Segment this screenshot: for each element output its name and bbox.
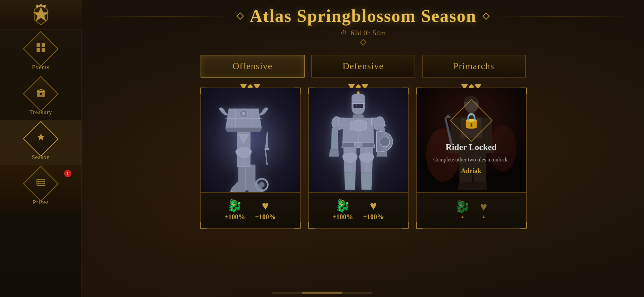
heart-percent-1: +100% <box>255 213 276 221</box>
dragon-percent-1: +100% <box>224 213 245 221</box>
svg-rect-1 <box>42 43 45 47</box>
timer-text: 62d 0h 54m <box>351 29 386 37</box>
card-1-bottom: 🐉 +100% ♥ +100% <box>201 192 300 228</box>
dragon-arrow-3: ▲ <box>460 214 465 219</box>
title-line-left <box>96 16 231 16</box>
card-3-locked[interactable]: 🔒 Rider Locked Complete other two tiles … <box>416 88 527 229</box>
dragon-icon-2: 🐉 <box>335 200 350 212</box>
card-3-bottom: 🐉 ▲ ♥ ▲ <box>417 192 526 228</box>
sidebar-item-treasury[interactable]: Treasury <box>0 75 82 120</box>
locked-overlay: 🔒 Rider Locked Complete other two tiles … <box>417 88 526 192</box>
events-icon <box>36 42 46 55</box>
locked-name: Adriak <box>461 167 481 175</box>
heart-percent-2: +100% <box>363 213 384 221</box>
card-1-image <box>201 88 300 192</box>
title-row: Atlas Springblossom Season <box>96 6 631 26</box>
page-header: Atlas Springblossom Season ⏱ 62d 0h 54m <box>96 0 631 45</box>
svg-point-18 <box>380 137 390 147</box>
sidebar-item-events[interactable]: Events <box>0 30 82 75</box>
svg-rect-2 <box>37 48 40 52</box>
prizes-icon <box>36 177 46 190</box>
dragon-bonus-2: 🐉 +100% <box>332 200 353 221</box>
cards-row: 🐉 +100% ♥ +100% <box>192 88 534 229</box>
sidebar-item-prizes[interactable]: ! Prizes <box>0 165 82 210</box>
timer-icon: ⏱ <box>340 29 347 37</box>
svg-rect-0 <box>37 43 40 47</box>
prizes-icon-wrap <box>28 171 53 196</box>
title-line-right <box>495 16 631 16</box>
card-1-icons: 🐉 +100% ♥ +100% <box>224 200 276 221</box>
sidebar: Events Treasury Season <box>0 0 82 297</box>
tab-primarchs[interactable]: Primarchs <box>422 55 526 78</box>
main-content: Atlas Springblossom Season ⏱ 62d 0h 54m … <box>82 0 644 297</box>
heart-arrow-3: ▲ <box>481 214 486 219</box>
dragon-icon-3: 🐉 <box>455 201 470 213</box>
svg-rect-5 <box>37 91 45 92</box>
season-icon-wrap <box>28 126 53 151</box>
treasury-icon-wrap <box>28 81 53 106</box>
card-2-image <box>309 88 408 192</box>
heart-bonus-1: ♥ +100% <box>255 200 276 221</box>
card-1[interactable]: 🐉 +100% ♥ +100% <box>200 88 301 229</box>
card-3-icons: 🐉 ▲ ♥ ▲ <box>455 201 487 219</box>
tab-defensive[interactable]: Defensive <box>311 55 415 78</box>
page-title: Atlas Springblossom Season <box>250 6 476 26</box>
season-icon <box>36 132 46 145</box>
svg-point-16 <box>259 182 264 188</box>
heart-icon-2: ♥ <box>370 200 377 212</box>
title-diamond-right <box>482 12 490 20</box>
dragon-icon-1: 🐉 <box>227 200 242 212</box>
timer-row: ⏱ 62d 0h 54m <box>340 29 386 37</box>
title-diamond-left <box>236 12 244 20</box>
logo-icon <box>29 3 53 27</box>
treasury-icon <box>36 87 46 100</box>
sidebar-logo[interactable] <box>0 0 82 30</box>
svg-rect-8 <box>37 179 45 185</box>
card-2-bottom: 🐉 +100% ♥ +100% <box>309 192 408 228</box>
heart-bonus-2: ♥ +100% <box>363 200 384 221</box>
tab-offensive[interactable]: Offensive <box>201 55 305 78</box>
heart-bonus-3: ♥ ▲ <box>480 201 487 219</box>
card-2-icons: 🐉 +100% ♥ +100% <box>332 200 384 221</box>
tabs-row: Offensive Defensive Primarchs <box>201 55 526 78</box>
scrollbar-thumb <box>302 292 342 294</box>
svg-point-14 <box>241 111 246 115</box>
scrollbar[interactable] <box>272 292 372 294</box>
dragon-bonus-3: 🐉 ▲ <box>455 201 470 219</box>
svg-rect-6 <box>40 93 42 95</box>
sidebar-item-season[interactable]: Season <box>0 120 82 165</box>
dragon-percent-2: +100% <box>332 213 353 221</box>
svg-rect-3 <box>42 48 45 52</box>
heart-icon-1: ♥ <box>262 200 269 212</box>
locked-desc: Complete other two tiles to unlock. <box>427 156 516 164</box>
svg-marker-7 <box>37 133 45 141</box>
events-icon-wrap <box>28 36 53 61</box>
card-2[interactable]: 🐉 +100% ♥ +100% <box>308 88 409 229</box>
card-3-image: 🔒 Rider Locked Complete other two tiles … <box>417 88 526 192</box>
dragon-bonus-1: 🐉 +100% <box>224 200 245 221</box>
locked-title: Rider Locked <box>446 142 497 152</box>
header-diamond-bottom <box>360 39 367 46</box>
heart-icon-3: ♥ <box>480 201 487 213</box>
notification-badge: ! <box>64 170 71 177</box>
